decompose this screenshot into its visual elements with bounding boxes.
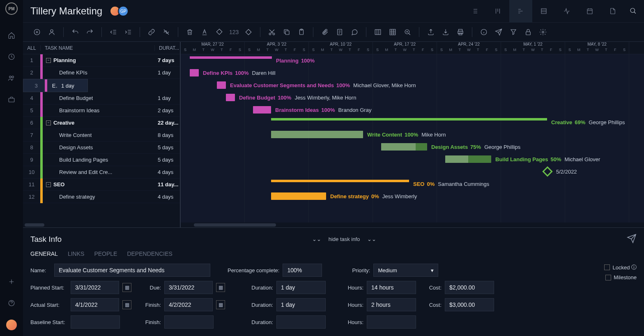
add-icon[interactable] bbox=[30, 25, 44, 39]
finish-input[interactable] bbox=[164, 298, 213, 311]
cost2-input[interactable] bbox=[445, 298, 494, 311]
unlink-icon[interactable] bbox=[160, 25, 173, 39]
table-row[interactable]: 3Evaluate Customer ...1 day bbox=[23, 79, 88, 92]
calendar-icon[interactable]: ▦ bbox=[216, 300, 225, 309]
trash-icon[interactable] bbox=[183, 25, 196, 39]
gantt-bar[interactable] bbox=[271, 131, 363, 138]
settings-icon[interactable] bbox=[536, 25, 550, 39]
gantt-bar[interactable] bbox=[190, 69, 199, 76]
link-icon[interactable] bbox=[145, 25, 158, 39]
table-row[interactable]: 1−Planning7 days bbox=[23, 54, 180, 67]
view-calendar-icon[interactable] bbox=[578, 0, 601, 23]
send-icon[interactable] bbox=[627, 234, 637, 245]
tab-dependencies[interactable]: DEPENDENCIES bbox=[127, 250, 172, 257]
view-file-icon[interactable] bbox=[601, 0, 624, 23]
indent-icon[interactable] bbox=[122, 25, 135, 39]
note-icon[interactable] bbox=[333, 25, 346, 39]
baseline-hours-input[interactable] bbox=[367, 315, 416, 329]
people-icon[interactable] bbox=[7, 73, 16, 83]
gantt-bar[interactable] bbox=[253, 106, 271, 114]
gantt-scrollbar[interactable] bbox=[181, 222, 644, 227]
tab-people[interactable]: PEOPLE bbox=[94, 250, 117, 257]
table-row[interactable]: 7Write Content8 days bbox=[23, 129, 180, 141]
baseline-duration-input[interactable] bbox=[276, 315, 326, 329]
plus-icon[interactable] bbox=[7, 277, 16, 287]
priority-select[interactable]: Medium▾ bbox=[373, 264, 438, 277]
lock-icon[interactable] bbox=[522, 25, 535, 39]
gantt-bar[interactable] bbox=[190, 56, 272, 59]
undo-icon[interactable] bbox=[69, 25, 82, 39]
tab-links[interactable]: LINKS bbox=[68, 250, 84, 257]
gantt-bar[interactable] bbox=[271, 192, 326, 200]
table-row[interactable]: 5Brainstorm Ideas2 days bbox=[23, 104, 180, 117]
view-activity-icon[interactable] bbox=[555, 0, 578, 23]
help-icon[interactable] bbox=[7, 298, 16, 308]
list-scrollbar[interactable] bbox=[23, 222, 180, 227]
table-row[interactable]: 12Define strategy4 days bbox=[23, 191, 180, 203]
view-gantt-icon[interactable] bbox=[509, 0, 532, 23]
collapse-icon[interactable]: − bbox=[46, 182, 51, 187]
cut-icon[interactable] bbox=[265, 25, 278, 39]
collapse-icon[interactable]: − bbox=[46, 58, 51, 63]
briefcase-icon[interactable] bbox=[7, 95, 16, 104]
calendar-icon[interactable]: ▦ bbox=[122, 283, 131, 292]
duration-input[interactable] bbox=[276, 281, 326, 294]
attach-icon[interactable] bbox=[318, 25, 331, 39]
gantt-bar[interactable] bbox=[217, 81, 226, 89]
zoom-icon[interactable] bbox=[401, 25, 414, 39]
collapse-icon[interactable]: − bbox=[46, 120, 51, 125]
paste-icon[interactable] bbox=[295, 25, 308, 39]
avatar[interactable]: GP bbox=[118, 6, 129, 16]
hide-panel-button[interactable]: ⌄⌄ hide task info ⌄⌄ bbox=[312, 236, 377, 242]
clock-icon[interactable] bbox=[7, 52, 16, 62]
table-row[interactable]: 8Design Assets5 days bbox=[23, 141, 180, 154]
pct-input[interactable] bbox=[283, 264, 322, 277]
diamond-icon[interactable] bbox=[242, 25, 255, 39]
cost-input[interactable] bbox=[445, 281, 494, 294]
col-name[interactable]: TASK NAME bbox=[40, 45, 154, 51]
search-icon[interactable] bbox=[629, 7, 637, 16]
milestone-marker[interactable] bbox=[542, 166, 552, 176]
home-icon[interactable] bbox=[7, 30, 16, 40]
calendar-icon[interactable]: ▦ bbox=[122, 300, 131, 309]
view-list-icon[interactable] bbox=[463, 0, 486, 23]
due-input[interactable] bbox=[164, 281, 213, 294]
print-icon[interactable] bbox=[454, 25, 467, 39]
planned-start-input[interactable] bbox=[71, 281, 119, 294]
text-color-icon[interactable] bbox=[198, 25, 211, 39]
actual-start-input[interactable] bbox=[71, 298, 119, 311]
table-row[interactable]: 6−Creative22 day... bbox=[23, 117, 180, 129]
table-row[interactable]: 10Review and Edit Cre...4 days bbox=[23, 166, 180, 178]
table-row[interactable]: 4Define Budget1 day bbox=[23, 92, 180, 104]
outdent-icon[interactable] bbox=[107, 25, 120, 39]
gantt-bar[interactable] bbox=[445, 155, 491, 163]
baseline-start-input[interactable] bbox=[71, 315, 120, 329]
table-row[interactable]: 11−SEO11 day... bbox=[23, 178, 180, 191]
filter-icon[interactable] bbox=[507, 25, 520, 39]
export-icon[interactable] bbox=[424, 25, 437, 39]
duration2-input[interactable] bbox=[276, 298, 326, 311]
send-icon[interactable] bbox=[492, 25, 505, 39]
redo-icon[interactable] bbox=[83, 25, 97, 39]
app-logo[interactable]: PM bbox=[5, 2, 18, 15]
grid-icon[interactable] bbox=[386, 25, 399, 39]
gantt-bar[interactable] bbox=[271, 180, 409, 182]
info-icon[interactable]: ⓘ bbox=[631, 264, 637, 271]
assign-icon[interactable] bbox=[45, 25, 58, 39]
view-sheet-icon[interactable] bbox=[532, 0, 555, 23]
gantt-bar[interactable] bbox=[271, 118, 547, 120]
calendar-icon[interactable]: ▦ bbox=[216, 283, 225, 292]
baseline-finish-input[interactable] bbox=[164, 315, 214, 329]
tag-icon[interactable] bbox=[213, 25, 226, 39]
copy-icon[interactable] bbox=[280, 25, 293, 39]
columns-icon[interactable] bbox=[371, 25, 384, 39]
member-avatars[interactable]: GP bbox=[112, 6, 129, 16]
hours-input[interactable] bbox=[367, 281, 416, 294]
info-icon[interactable] bbox=[477, 25, 490, 39]
milestone-checkbox[interactable] bbox=[605, 275, 611, 280]
tab-general[interactable]: GENERAL bbox=[30, 250, 58, 257]
user-avatar[interactable] bbox=[6, 320, 17, 330]
table-row[interactable]: 2Define KPIs1 day bbox=[23, 67, 180, 79]
import-icon[interactable] bbox=[439, 25, 452, 39]
name-input[interactable] bbox=[54, 264, 210, 277]
